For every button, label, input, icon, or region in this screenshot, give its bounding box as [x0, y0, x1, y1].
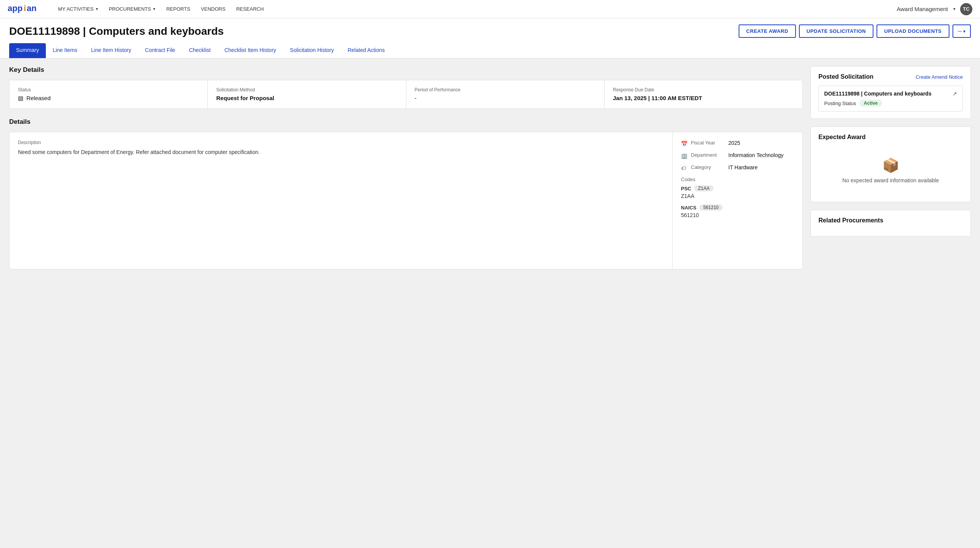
- meta-panel: 📅 Fiscal Year 2025 🏢 Department Informat…: [673, 132, 802, 269]
- details-card: Description Need some computers for Depa…: [9, 132, 803, 269]
- tab-related-actions[interactable]: Related Actions: [341, 43, 391, 58]
- key-details-card: Status ▤ Released Solicitation Method Re…: [9, 80, 803, 109]
- building-icon: 🏢: [681, 153, 688, 159]
- codes-section: Codes PSC Z1AA Z1AA NAICS 561210: [681, 177, 794, 218]
- nav-my-activities[interactable]: MY ACTIVITIES ▾: [53, 4, 103, 14]
- expected-award-empty-text: No expected award information available: [843, 177, 939, 183]
- update-solicitation-button[interactable]: UPDATE SOLICITATION: [799, 24, 873, 38]
- key-details-title: Key Details: [9, 66, 803, 74]
- create-award-button[interactable]: CREATE AWARD: [739, 24, 796, 38]
- nav-reports[interactable]: REPORTS: [162, 4, 195, 14]
- user-avatar[interactable]: TC: [960, 3, 972, 15]
- page-title-row: DOE11119898 | Computers and keyboards CR…: [9, 24, 971, 38]
- more-actions-button[interactable]: ··· ▾: [953, 24, 971, 38]
- key-detail-response-due: Response Due Date Jan 13, 2025 | 11:00 A…: [605, 80, 802, 109]
- nav-links: MY ACTIVITIES ▾ PROCUREMENTS ▾ REPORTS V…: [53, 4, 897, 14]
- header-buttons: CREATE AWARD UPDATE SOLICITATION UPLOAD …: [739, 24, 971, 38]
- app-dropdown-icon[interactable]: ▾: [953, 6, 956, 11]
- top-navigation: app i an MY ACTIVITIES ▾ PROCUREMENTS ▾ …: [0, 0, 980, 18]
- tab-line-items[interactable]: Line Items: [46, 43, 84, 58]
- svg-text:app: app: [8, 3, 23, 13]
- expected-award-empty: 📦 No expected award information availabl…: [818, 146, 963, 195]
- meta-department: 🏢 Department Information Technology: [681, 152, 794, 159]
- left-panel: Key Details Status ▤ Released Solicitati…: [9, 66, 803, 538]
- status-icon: ▤: [18, 95, 23, 102]
- chevron-down-icon: ▾: [153, 6, 155, 11]
- empty-box-icon: 📦: [882, 157, 899, 173]
- related-procurements-card: Related Procurements: [810, 210, 971, 237]
- chevron-down-icon: ▾: [96, 6, 98, 11]
- tab-line-item-history[interactable]: Line Item History: [84, 43, 138, 58]
- page-header: DOE11119898 | Computers and keyboards CR…: [0, 18, 980, 58]
- status-badge: Active: [859, 100, 882, 107]
- description-panel: Description Need some computers for Depa…: [10, 132, 673, 269]
- expected-award-title: Expected Award: [818, 134, 866, 141]
- key-detail-status: Status ▤ Released: [10, 80, 208, 109]
- right-panel: Posted Solicitation Create Amend Notice …: [810, 66, 971, 538]
- chevron-down-icon: ▾: [963, 29, 965, 34]
- psc-code-block: PSC Z1AA Z1AA: [681, 185, 794, 199]
- create-amend-notice-link[interactable]: Create Amend Notice: [915, 74, 963, 80]
- tab-checklist[interactable]: Checklist: [182, 43, 218, 58]
- key-detail-solicitation-method: Solicitation Method Request for Proposal: [208, 80, 406, 109]
- posted-solicitation-title: Posted Solicitation: [818, 73, 873, 80]
- appian-logo[interactable]: app i an: [8, 2, 42, 16]
- posted-solicitation-card: Posted Solicitation Create Amend Notice …: [810, 66, 971, 119]
- tab-bar: Summary Line Items Line Item History Con…: [9, 43, 971, 58]
- tab-contract-file[interactable]: Contract File: [138, 43, 182, 58]
- posting-status-label: Posting Status: [824, 101, 856, 106]
- tab-checklist-item-history[interactable]: Checklist Item History: [218, 43, 283, 58]
- calendar-icon: 📅: [681, 141, 688, 147]
- meta-fiscal-year: 📅 Fiscal Year 2025: [681, 140, 794, 147]
- svg-text:an: an: [27, 3, 37, 13]
- details-title: Details: [9, 118, 803, 126]
- solicitation-item: DOE11119898 | Computers and keyboards ↗ …: [818, 86, 963, 112]
- expected-award-card: Expected Award 📦 No expected award infor…: [810, 126, 971, 202]
- tab-solicitation-history[interactable]: Solicitation History: [283, 43, 341, 58]
- status-value: ▤ Released: [18, 95, 199, 102]
- main-content: Key Details Status ▤ Released Solicitati…: [0, 58, 980, 545]
- tab-summary[interactable]: Summary: [9, 43, 46, 58]
- nav-vendors[interactable]: VENDORS: [196, 4, 230, 14]
- svg-text:i: i: [24, 3, 26, 13]
- nav-procurements[interactable]: PROCUREMENTS ▾: [104, 4, 160, 14]
- nav-right: Award Management ▾ TC: [897, 3, 972, 15]
- external-link-icon[interactable]: ↗: [953, 91, 957, 97]
- page-title: DOE11119898 | Computers and keyboards: [9, 25, 224, 37]
- meta-category: 🏷 Category IT Hardware: [681, 164, 794, 171]
- nav-research[interactable]: RESEARCH: [231, 4, 268, 14]
- upload-documents-button[interactable]: UPLOAD DOCUMENTS: [877, 24, 949, 38]
- solicitation-item-title: DOE11119898 | Computers and keyboards: [824, 91, 931, 97]
- tag-icon: 🏷: [681, 165, 688, 171]
- naics-code-block: NAICS 561210 561210: [681, 204, 794, 218]
- related-procurements-title: Related Procurements: [818, 217, 883, 224]
- key-detail-period: Period of Performance -: [406, 80, 605, 109]
- app-name: Award Management: [897, 6, 948, 12]
